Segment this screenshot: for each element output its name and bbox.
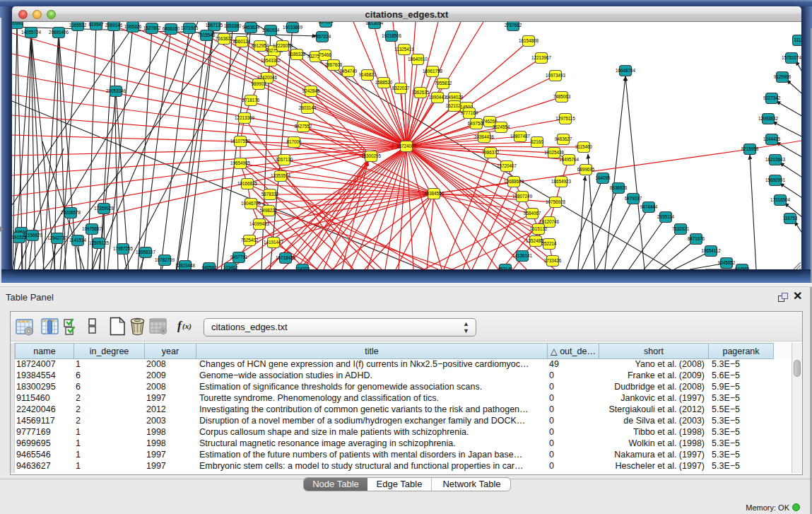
svg-text:1653380: 1653380 [224,23,242,28]
svg-text:14099483: 14099483 [249,221,270,226]
svg-text:8660124: 8660124 [233,39,251,44]
svg-text:14136141: 14136141 [512,253,533,258]
svg-text:18654923: 18654923 [551,179,572,184]
svg-text:16648784: 16648784 [616,68,636,73]
svg-text:1244415: 1244415 [763,136,781,141]
svg-text:104223: 104223 [295,267,310,269]
svg-text:6479197: 6479197 [625,196,642,201]
svg-text:5498222: 5498222 [260,208,278,213]
svg-text:12213369: 12213369 [235,115,255,120]
svg-text:17957255: 17957255 [113,246,134,251]
svg-text:5878332: 5878332 [261,192,279,197]
svg-text:75466: 75466 [319,52,331,57]
svg-text:20364436: 20364436 [474,134,495,139]
svg-text:952146: 952146 [498,267,513,269]
svg-text:1065326: 1065326 [124,24,142,29]
svg-text:9463627: 9463627 [555,136,572,141]
svg-text:18724007: 18724007 [396,144,417,148]
svg-text:12975115: 12975115 [555,116,575,121]
svg-text:1667135: 1667135 [206,23,223,28]
svg-text:1112: 1112 [794,37,801,42]
svg-text:12823448: 12823448 [175,263,196,268]
svg-text:9115460: 9115460 [575,144,593,149]
svg-text:252214: 252214 [541,241,557,246]
svg-text:20053346: 20053346 [106,88,126,93]
svg-text:9584067: 9584067 [524,211,541,216]
svg-text:8215958: 8215958 [741,146,759,151]
svg-text:8454749: 8454749 [340,69,358,74]
svg-text:103462: 103462 [223,265,238,269]
svg-text:2787662: 2787662 [505,23,522,28]
svg-text:10975887: 10975887 [82,226,102,231]
svg-text:944565: 944565 [734,267,750,269]
svg-text:18807249: 18807249 [512,194,533,199]
svg-text:8912954: 8912954 [252,43,269,48]
svg-text:11325419: 11325419 [394,47,414,52]
svg-text:857224: 857224 [318,22,334,24]
svg-text:12226058: 12226058 [273,43,293,48]
svg-text:2069146: 2069146 [105,23,123,28]
svg-text:16210643: 16210643 [765,157,786,162]
svg-text:6466160: 6466160 [163,26,180,31]
svg-text:9457791: 9457791 [230,255,248,259]
svg-text:8813054: 8813054 [366,22,384,25]
svg-text:1065532: 1065532 [69,23,87,28]
svg-text:9146821: 9146821 [359,72,377,77]
svg-text:1362635: 1362635 [412,90,430,95]
svg-text:2935114: 2935114 [657,214,675,219]
svg-text:16033809: 16033809 [283,25,303,30]
svg-text:15692991: 15692991 [765,177,786,182]
svg-text:20206578: 20206578 [61,210,81,215]
svg-text:6899695: 6899695 [577,167,595,172]
svg-text:12213967: 12213967 [531,55,552,60]
svg-text:15720407: 15720407 [497,163,517,168]
svg-text:10046706: 10046706 [241,201,261,206]
svg-text:1060934: 1060934 [262,28,280,33]
svg-text:8186328: 8186328 [288,52,306,57]
svg-text:10654112: 10654112 [701,248,721,253]
svg-text:9463624: 9463624 [242,25,260,30]
svg-text:12093832: 12093832 [758,116,779,121]
svg-text:6494028: 6494028 [446,95,464,100]
svg-text:10807487: 10807487 [510,134,531,139]
svg-text:12156829: 12156829 [23,233,43,238]
svg-text:19654985: 19654985 [230,160,251,165]
svg-text:12942737: 12942737 [47,235,68,240]
svg-text:3267130: 3267130 [276,157,293,162]
svg-text:15751074: 15751074 [782,55,801,60]
svg-text:946562: 946562 [201,265,217,269]
svg-text:20991: 20991 [12,22,23,25]
svg-text:8322037: 8322037 [392,86,410,90]
svg-text:8471676: 8471676 [688,236,705,241]
svg-text:17359928: 17359928 [94,206,114,211]
svg-text:14055724: 14055724 [21,30,42,35]
svg-text:12505135: 12505135 [89,240,110,245]
svg-text:10543382: 10543382 [261,58,281,63]
svg-text:10973493: 10973493 [546,73,566,78]
svg-text:9242848: 9242848 [302,88,320,93]
svg-text:2867608: 2867608 [325,62,343,67]
svg-text:7986372: 7986372 [482,150,500,155]
svg-text:10756928: 10756928 [546,199,566,204]
svg-text:2803144: 2803144 [299,105,317,110]
svg-text:7625402: 7625402 [241,238,259,243]
svg-text:3624554: 3624554 [493,124,510,129]
svg-text:(x): (x) [182,322,192,331]
svg-text:20691406: 20691406 [49,30,69,35]
svg-text:18640910: 18640910 [408,57,428,62]
svg-text:9777169: 9777169 [461,110,478,115]
svg-text:164095: 164095 [595,175,611,180]
svg-text:1141514: 1141514 [69,238,87,243]
svg-text:1527602: 1527602 [143,25,161,30]
svg-text:18495764: 18495764 [559,157,579,162]
svg-text:1733426: 1733426 [544,258,562,263]
svg-text:18300295: 18300295 [361,153,382,158]
svg-text:7857224: 7857224 [314,34,331,39]
svg-text:817006: 817006 [286,139,302,144]
svg-text:9129966: 9129966 [774,74,792,79]
svg-text:7515546: 7515546 [198,33,216,37]
svg-text:19166825: 19166825 [237,181,258,186]
svg-text:7485063: 7485063 [553,94,571,99]
svg-text:2718176: 2718176 [242,98,260,103]
svg-text:15718485: 15718485 [276,255,296,260]
